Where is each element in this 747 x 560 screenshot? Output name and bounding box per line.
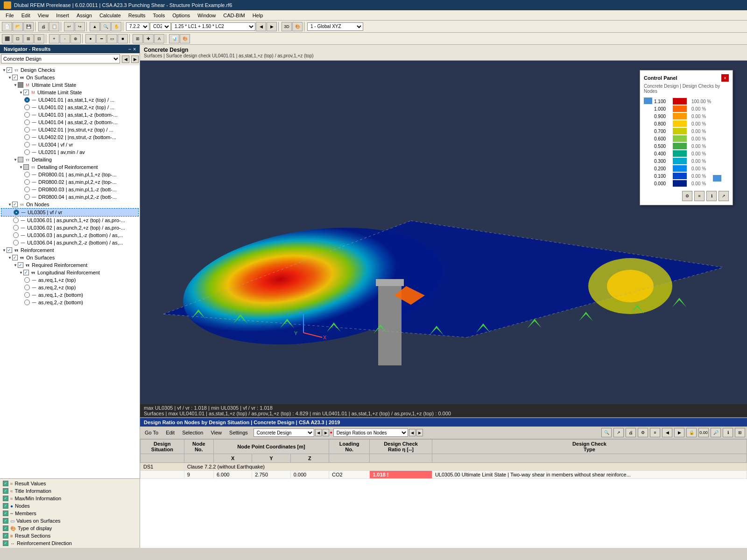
nav-result-sections[interactable]: ✓ ≡ Result Sections: [1, 532, 139, 539]
tree-ul0306-03[interactable]: — UL0306.03 | as,punch,1,-z (bottom) / a…: [1, 231, 139, 239]
tb-view-top[interactable]: ⊡: [13, 34, 23, 43]
cb-design-checks[interactable]: [7, 67, 12, 73]
th-z[interactable]: Z: [290, 454, 329, 463]
results-combo-2[interactable]: Design Ratios on Nodes: [333, 428, 408, 437]
tree-dr0800-04[interactable]: — DR0800.04 | as,min,pl,2,-z (bott-...: [1, 193, 139, 201]
tree-ul0201[interactable]: — UL0201 | av,min / av: [1, 148, 139, 156]
expand-on-surfaces-2[interactable]: ▼: [7, 255, 12, 260]
results-tb-zero[interactable]: 0.00: [698, 428, 709, 437]
cb-nodes[interactable]: ✓: [3, 503, 8, 509]
expand-required-reinf[interactable]: ▼: [13, 263, 18, 267]
tb-view-all[interactable]: ⬛: [2, 34, 12, 43]
tb-view-front[interactable]: ⊞: [23, 34, 34, 43]
tree-on-surfaces-1[interactable]: ▼ 𝛕𝛕 On Surfaces: [1, 74, 139, 81]
tb-member[interactable]: ━: [96, 34, 106, 43]
tb-result-color[interactable]: 🎨: [180, 34, 190, 43]
cb-uls-outer[interactable]: [18, 82, 23, 88]
tree-ul0306-02[interactable]: — UL0306.02 | as,punch,2,+z (top) / as,p…: [1, 224, 139, 231]
panel-action-1[interactable]: ⚙: [682, 191, 692, 201]
tree-as-req-1-top[interactable]: — as,req,1,+z (top): [1, 276, 139, 284]
load-case-combo[interactable]: 7.2.2: [126, 22, 149, 31]
menu-view[interactable]: View: [34, 12, 53, 19]
tree-ul0306-04[interactable]: — UL0306.04 | as,punch,2,-z (bottom) / a…: [1, 239, 139, 246]
nav-dropdown[interactable]: Concrete Design: [1, 54, 120, 63]
cb-reinf-direction[interactable]: ✓: [3, 540, 8, 546]
radio-ul0402-01[interactable]: [24, 127, 30, 133]
load-combo-detail[interactable]: 1.25 * LC1 + 1.50 * LC2: [171, 22, 255, 31]
results-tb-print[interactable]: 🖨: [626, 428, 636, 437]
tb-next-lc[interactable]: ▶: [267, 22, 277, 31]
menu-cad-bim[interactable]: CAD-BIM: [219, 12, 248, 19]
results-tb-settings[interactable]: ⚙: [638, 428, 648, 437]
nav-prev-btn[interactable]: ◀: [122, 56, 129, 63]
menu-results[interactable]: Results: [125, 12, 149, 19]
nav-nodes[interactable]: ✓ ● Nodes: [1, 502, 139, 510]
tree-detailing[interactable]: ▼ 𝛕𝛕 Detailing: [1, 156, 139, 163]
results-tb-export[interactable]: ↗: [613, 428, 624, 437]
radio-ul0402-02[interactable]: [24, 134, 30, 140]
results-tb-search[interactable]: 🔎: [711, 428, 721, 437]
tb-render[interactable]: 🎨: [292, 22, 303, 31]
nav-type-of-display[interactable]: ✓ 🎨 Type of display: [1, 525, 139, 532]
nav-values-on-surfaces[interactable]: ✓ ▭ Values on Surfaces: [1, 517, 139, 525]
results-tb-col-settings[interactable]: ≡: [650, 428, 660, 437]
tree-dr0800-03[interactable]: — DR0800.03 | as,min,pl,1,-z (bott-...: [1, 186, 139, 193]
tree-dr0800-01[interactable]: — DR0800.01 | as,min,pl,1,+z (top-...: [1, 171, 139, 178]
tree-reinforcement[interactable]: ▼ 𝛕𝛕 Reinforcement: [1, 246, 139, 254]
th-design-situation[interactable]: DesignSituation: [141, 440, 184, 454]
results-tb-filter[interactable]: 🔍: [601, 428, 612, 437]
th-y[interactable]: Y: [252, 454, 290, 463]
tb-select[interactable]: ▲: [90, 22, 100, 31]
radio-dr0800-02[interactable]: [24, 179, 30, 185]
tree-ul0305[interactable]: — UL0305 | vf / vr: [1, 208, 139, 217]
tree-detailing-reinf[interactable]: ▼ 𝛕𝛕 Detailing of Reinforcement: [1, 163, 139, 171]
nav-next-btn[interactable]: ▶: [131, 56, 139, 63]
co-combo[interactable]: CO2: [150, 22, 171, 31]
results-selection[interactable]: Selection: [179, 429, 206, 436]
tb-new[interactable]: 📄: [2, 22, 12, 31]
radio-as-req-2-top[interactable]: [24, 285, 30, 290]
tb-open[interactable]: 📂: [13, 22, 23, 31]
tb-grid[interactable]: ⊞: [133, 34, 143, 43]
menu-file[interactable]: File: [2, 12, 18, 19]
tb-labels[interactable]: A: [154, 34, 164, 43]
tree-uls-inner[interactable]: ▼ M Ultimate Limit State: [1, 89, 139, 96]
results-tb-prev[interactable]: ◀: [662, 428, 672, 437]
radio-ul0306-02[interactable]: [13, 225, 19, 231]
tb-result-diag[interactable]: 📊: [169, 34, 179, 43]
tb-axes[interactable]: ✚: [143, 34, 154, 43]
tb-surface[interactable]: ▭: [107, 34, 117, 43]
cb-detailing[interactable]: [18, 157, 23, 162]
panel-action-3[interactable]: ℹ: [706, 191, 717, 201]
table-row-data-1[interactable]: 9 6.000 2.750 0.000 CO2 1.018 ! UL0305.0…: [141, 471, 747, 479]
menu-insert[interactable]: Insert: [52, 12, 73, 19]
radio-dr0800-03[interactable]: [24, 187, 30, 192]
nav-members[interactable]: ✓ ━ Members: [1, 510, 139, 517]
radio-ul0401-01[interactable]: [24, 97, 30, 103]
results-tb-info[interactable]: ℹ: [723, 428, 733, 437]
cb-max-min[interactable]: ✓: [3, 496, 8, 501]
cb-long-reinf[interactable]: [23, 270, 29, 275]
results-table-container[interactable]: DesignSituation NodeNo. Node Point Coord…: [140, 439, 747, 548]
tb-print-prev[interactable]: 📋: [49, 22, 59, 31]
menu-tools[interactable]: Tools: [149, 12, 169, 19]
cb-reinforcement[interactable]: [7, 247, 12, 253]
radio-ul0306-04[interactable]: [13, 240, 19, 245]
tree-ul0402-02[interactable]: — UL0402.02 | |ns,strut,-z (bottom-...: [1, 133, 139, 141]
tree-required-reinf[interactable]: ▼ 𝛕𝛕 Required Reinforcement: [1, 261, 139, 269]
nav-title-information[interactable]: ✓ ≈ Title Information: [1, 487, 139, 495]
tree-dr0800-02[interactable]: — DR0800.02 | as,min,pl,2,+z (top-...: [1, 178, 139, 186]
tree-as-req-2-top[interactable]: — as,req,2,+z (top): [1, 284, 139, 291]
nav-close-icon[interactable]: ×: [133, 47, 136, 52]
cb-on-surfaces-1[interactable]: [12, 75, 18, 80]
th-node-no[interactable]: NodeNo.: [184, 440, 213, 454]
radio-ul0304[interactable]: [24, 142, 30, 147]
menu-calculate[interactable]: Calculate: [96, 12, 125, 19]
radio-ul0401-02[interactable]: [24, 105, 30, 110]
results-next-btn-2[interactable]: ▶: [416, 429, 423, 436]
results-combo-1[interactable]: Concrete Design: [254, 428, 314, 437]
tb-solid[interactable]: ■: [118, 34, 128, 43]
menu-edit[interactable]: Edit: [18, 12, 34, 19]
tree-ul0402-01[interactable]: — UL0402.01 | |ns,strut,+z (top) / ...: [1, 126, 139, 133]
radio-ul0201[interactable]: [24, 149, 30, 155]
